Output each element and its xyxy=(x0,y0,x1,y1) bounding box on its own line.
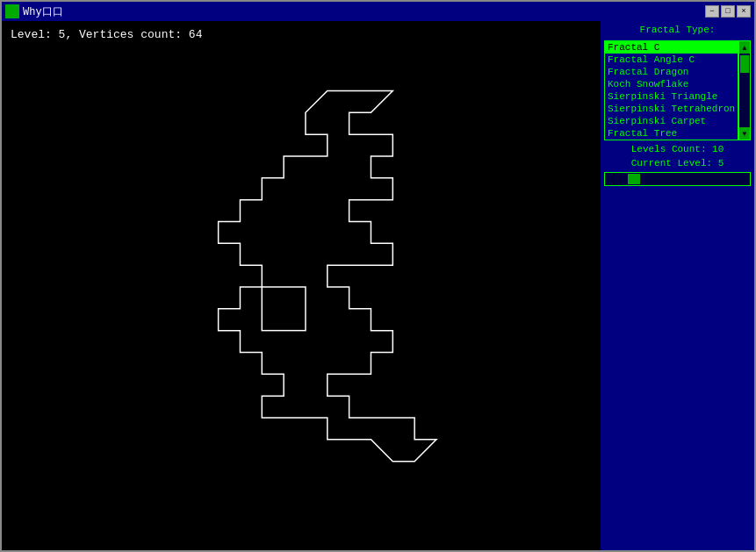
close-button[interactable]: × xyxy=(737,5,751,18)
level-slider-container[interactable] xyxy=(604,172,751,186)
window-title: Why口口 xyxy=(23,4,63,19)
minimize-button[interactable]: − xyxy=(705,5,719,18)
title-bar-left: Why口口 xyxy=(5,4,63,19)
main-window: Why口口 − □ × Level: 5, Vertices count: 64… xyxy=(0,0,756,552)
content-area: Level: 5, Vertices count: 64 Fractal Typ… xyxy=(2,21,754,550)
svg-rect-0 xyxy=(262,287,306,331)
title-buttons: − □ × xyxy=(705,5,751,18)
fractal-listbox[interactable]: Fractal C Fractal Angle C Fractal Dragon… xyxy=(604,40,738,140)
list-item-fractal-tree[interactable]: Fractal Tree xyxy=(605,127,738,140)
title-bar: Why口口 − □ × xyxy=(2,2,754,21)
list-item-koch-snowflake[interactable]: Koch Snowflake xyxy=(605,78,738,90)
fractal-type-label: Fractal Type: xyxy=(604,25,751,35)
current-level-label: Current Level: 5 xyxy=(604,158,751,168)
canvas-area: Level: 5, Vertices count: 64 xyxy=(2,21,601,550)
right-panel: Fractal Type: Fractal C Fractal Angle C … xyxy=(601,21,754,550)
fractal-svg xyxy=(2,21,601,550)
listbox-container: Fractal C Fractal Angle C Fractal Dragon… xyxy=(604,40,751,140)
scroll-down-arrow[interactable]: ▼ xyxy=(739,127,750,140)
list-item-fractal-dragon[interactable]: Fractal Dragon xyxy=(605,66,738,78)
list-item-sierpinski-carpet[interactable]: Sierpinski Carpet xyxy=(605,115,738,127)
app-icon xyxy=(5,4,19,18)
level-slider-thumb[interactable] xyxy=(628,174,640,184)
scroll-track xyxy=(739,54,750,127)
level-slider-track[interactable] xyxy=(607,177,748,181)
list-item-sierpinski-tetrahedron[interactable]: Sierpinski Tetrahedron xyxy=(605,103,738,115)
list-item-sierpinski-triangle[interactable]: Sierpinski Triangle xyxy=(605,90,738,103)
maximize-button[interactable]: □ xyxy=(721,5,735,18)
levels-count-label: Levels Count: 10 xyxy=(604,144,751,154)
list-item-fractal-c[interactable]: Fractal C xyxy=(605,41,738,54)
listbox-scrollbar[interactable]: ▲ ▼ xyxy=(738,40,751,140)
scroll-thumb[interactable] xyxy=(740,55,749,73)
levels-count-row: Levels Count: 10 xyxy=(604,144,751,154)
status-text: Level: 5, Vertices count: 64 xyxy=(11,28,202,41)
list-item-fractal-angle-c[interactable]: Fractal Angle C xyxy=(605,54,738,66)
current-level-row: Current Level: 5 xyxy=(604,158,751,168)
scroll-up-arrow[interactable]: ▲ xyxy=(739,41,750,54)
